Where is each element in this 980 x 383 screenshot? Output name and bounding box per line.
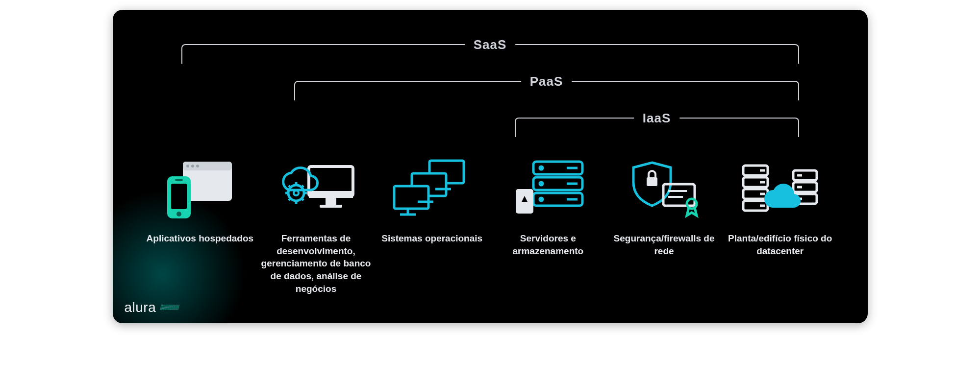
svg-point-4 [196,165,199,168]
os-icon [390,152,474,225]
datacenter-icon [738,152,822,225]
bracket-label-iaas: IaaS [634,111,680,126]
devtools-icon [275,152,358,225]
logo-text: alura [125,300,156,315]
svg-point-2 [186,165,189,168]
svg-point-37 [540,198,543,201]
logo-slashes: //////////////////// [160,304,178,311]
item-servers: Servidores e armazenamento [490,152,606,257]
svg-point-14 [294,191,299,195]
item-os: Sistemas operacionais [374,152,490,245]
svg-rect-12 [320,205,342,208]
bracket-iaas: IaaS [515,118,799,137]
item-label: Segurança/firewalls de rede [606,232,722,257]
bracket-label-saas: SaaS [465,37,516,52]
brand-logo: alura //////////////////// [125,300,179,315]
svg-line-21 [289,198,291,200]
svg-line-22 [302,186,303,188]
svg-rect-55 [793,170,817,180]
security-icon [625,152,704,225]
item-security: Segurança/firewalls de rede [606,152,722,257]
item-apps: Aplicativos hospedados [142,152,258,245]
svg-point-7 [176,212,181,216]
svg-rect-11 [326,198,336,205]
svg-rect-27 [394,186,428,209]
apps-icon [163,152,237,225]
svg-point-36 [540,182,543,185]
svg-line-20 [302,198,303,200]
item-datacenter: Planta/edifício físico do datacenter [722,152,838,257]
item-devtools: Ferramentas de desenvolvimento, gerencia… [258,152,374,295]
items-row: Aplicativos hospedados [113,152,868,295]
bracket-paas: PaaS [294,81,799,100]
svg-rect-56 [793,182,817,192]
svg-rect-42 [647,177,657,186]
bracket-saas: SaaS [181,44,799,64]
servers-icon [509,152,587,225]
item-label: Aplicativos hospedados [147,232,254,245]
svg-point-35 [540,167,543,169]
bracket-label-paas: PaaS [521,74,572,89]
item-label: Ferramentas de desenvolvimento, gerencia… [258,232,374,295]
svg-point-3 [191,165,194,168]
svg-rect-6 [171,184,187,209]
svg-rect-8 [175,179,183,181]
svg-rect-1 [183,162,232,170]
diagram-frame: SaaS PaaS IaaS [113,10,868,323]
svg-rect-10 [309,191,353,198]
item-label: Sistemas operacionais [381,232,482,245]
item-label: Planta/edifício físico do datacenter [722,232,838,257]
svg-line-19 [289,186,291,188]
item-label: Servidores e armazenamento [490,232,606,257]
